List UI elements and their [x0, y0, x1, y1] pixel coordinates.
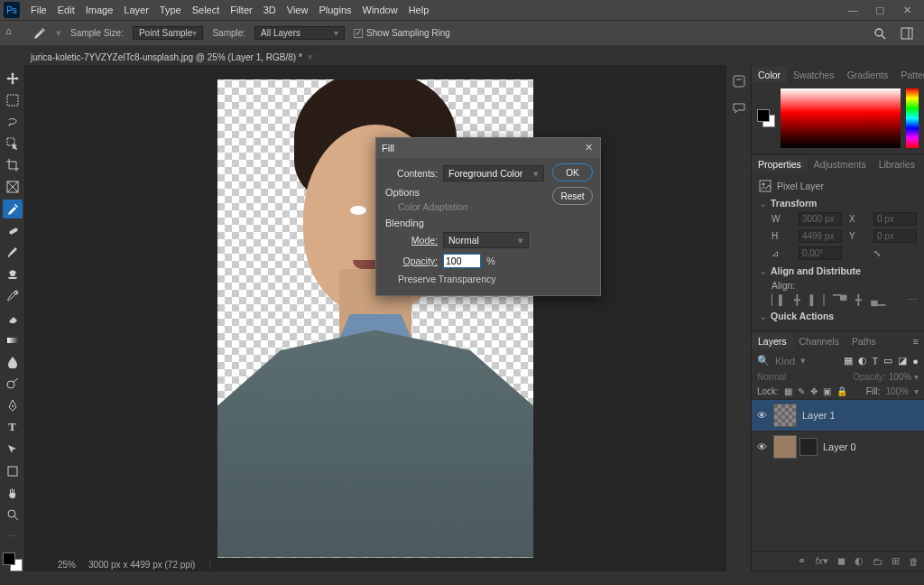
align-center-v-icon[interactable]: ╋ [855, 294, 862, 305]
reset-button[interactable]: Reset [552, 187, 593, 205]
delete-layer-icon[interactable]: 🗑 [909, 556, 919, 567]
menu-3d[interactable]: 3D [258, 3, 282, 17]
window-minimize-icon[interactable]: — [839, 5, 866, 15]
align-left-icon[interactable]: ▏▌ [772, 294, 785, 305]
ok-button[interactable]: OK [552, 163, 593, 181]
menu-type[interactable]: Type [154, 3, 187, 17]
tab-swatches[interactable]: Swatches [787, 67, 841, 83]
filter-adjustment-icon[interactable]: ◐ [858, 355, 867, 367]
color-swatch[interactable] [757, 109, 775, 127]
eraser-tool-icon[interactable] [3, 309, 23, 328]
menu-image[interactable]: Image [80, 3, 119, 17]
window-restore-icon[interactable]: ▢ [866, 5, 893, 16]
zoom-level[interactable]: 25% [58, 560, 76, 570]
layer-name[interactable]: Layer 0 [823, 441, 856, 452]
tab-close-icon[interactable]: × [308, 52, 313, 62]
menu-window[interactable]: Window [357, 3, 403, 17]
history-brush-tool-icon[interactable] [3, 287, 23, 306]
sample-size-dropdown[interactable]: Point Sample▾ [133, 26, 203, 40]
transform-x[interactable]: 0 px [873, 212, 917, 226]
flip-icon[interactable]: ⤡ [873, 248, 917, 258]
menu-layer[interactable]: Layer [118, 3, 154, 17]
color-spectrum[interactable] [781, 88, 901, 148]
window-close-icon[interactable]: ✕ [893, 5, 920, 16]
filter-pixel-icon[interactable]: ▦ [844, 355, 853, 367]
search-icon[interactable] [873, 27, 886, 40]
menu-filter[interactable]: Filter [225, 3, 257, 17]
path-selection-tool-icon[interactable] [3, 440, 23, 459]
preserve-transparency-checkbox[interactable]: Preserve Transparency [394, 274, 591, 284]
layer-thumbnail[interactable] [773, 435, 797, 459]
edit-toolbar-icon[interactable]: ⋯ [3, 527, 23, 546]
learn-panel-icon[interactable] [732, 74, 746, 88]
new-layer-icon[interactable]: ⊞ [892, 555, 900, 567]
visibility-toggle-icon[interactable]: 👁 [757, 441, 768, 452]
shape-tool-icon[interactable] [3, 461, 23, 480]
canvas-area[interactable]: Fill ✕ Contents: Foreground Color▾ OK Re… [25, 65, 725, 571]
menu-select[interactable]: Select [187, 3, 226, 17]
comments-panel-icon[interactable] [732, 101, 746, 116]
frame-tool-icon[interactable] [3, 178, 23, 197]
show-sampling-ring-checkbox[interactable]: ✓Show Sampling Ring [354, 28, 450, 38]
eyedropper-icon[interactable] [32, 26, 47, 41]
transform-angle[interactable]: 0.00° [799, 246, 842, 260]
dodge-tool-icon[interactable] [3, 374, 23, 393]
layer-item[interactable]: 👁 Layer 0 [752, 431, 924, 462]
transform-w[interactable]: 3000 px [799, 212, 842, 226]
menu-plugins[interactable]: Plugins [313, 3, 356, 17]
tab-layers[interactable]: Layers [752, 333, 793, 349]
document-tab[interactable]: jurica-koletic-7YVZYZeITc8-unsplash.jpg … [22, 49, 322, 65]
home-icon[interactable]: ⌂ [5, 25, 23, 42]
visibility-toggle-icon[interactable]: 👁 [757, 410, 768, 421]
dialog-close-icon[interactable]: ✕ [582, 142, 595, 154]
gradient-tool-icon[interactable] [3, 330, 23, 349]
filter-shape-icon[interactable]: ▭ [883, 355, 892, 367]
tab-gradients[interactable]: Gradients [841, 67, 895, 83]
lock-artboard-icon[interactable]: ▣ [823, 386, 831, 396]
blur-tool-icon[interactable] [3, 352, 23, 371]
align-bottom-icon[interactable]: ▄▁ [871, 294, 884, 305]
layer-kind-dropdown[interactable]: Kind [775, 356, 795, 367]
more-options-icon[interactable]: ⋯ [907, 294, 917, 305]
crop-tool-icon[interactable] [3, 156, 23, 175]
new-group-icon[interactable]: 🗀 [873, 556, 882, 567]
menu-file[interactable]: File [25, 3, 52, 17]
workspace-icon[interactable] [901, 27, 913, 40]
eyedropper-tool-icon[interactable] [3, 200, 23, 218]
transform-y[interactable]: 0 px [873, 229, 917, 243]
brush-tool-icon[interactable] [3, 243, 23, 262]
layer-mask-thumbnail[interactable] [799, 438, 818, 456]
menu-view[interactable]: View [282, 3, 314, 17]
pen-tool-icon[interactable] [3, 396, 23, 415]
mode-dropdown[interactable]: Normal▾ [443, 232, 529, 248]
layer-name[interactable]: Layer 1 [802, 410, 836, 421]
tab-properties[interactable]: Properties [752, 156, 808, 172]
tab-patterns[interactable]: Patterns [894, 67, 924, 83]
zoom-tool-icon[interactable] [3, 505, 23, 524]
foreground-background-swatch[interactable] [3, 552, 23, 571]
blend-mode-dropdown[interactable]: Normal [757, 372, 786, 382]
tab-color[interactable]: Color [752, 67, 787, 83]
tab-paths[interactable]: Paths [845, 333, 882, 349]
align-center-h-icon[interactable]: ╋ [794, 294, 800, 305]
hand-tool-icon[interactable] [3, 483, 23, 502]
filter-smart-icon[interactable]: ◪ [898, 355, 907, 367]
link-layers-icon[interactable]: ⚭ [798, 555, 806, 567]
layer-thumbnail[interactable] [773, 404, 797, 427]
opacity-input[interactable] [443, 254, 481, 268]
menu-edit[interactable]: Edit [52, 3, 80, 17]
align-top-icon[interactable]: ▔▀ [833, 294, 846, 305]
type-tool-icon[interactable]: T [3, 418, 23, 437]
tab-channels[interactable]: Channels [793, 333, 845, 349]
contents-dropdown[interactable]: Foreground Color▾ [443, 165, 544, 181]
healing-brush-tool-icon[interactable] [3, 221, 23, 240]
lasso-tool-icon[interactable] [3, 112, 23, 131]
sample-dropdown[interactable]: All Layers▾ [254, 26, 345, 40]
lock-all-icon[interactable]: 🔒 [836, 386, 847, 396]
hue-ramp[interactable] [906, 88, 919, 148]
filter-type-icon[interactable]: T [873, 356, 879, 367]
chevron-down-icon[interactable]: ⌄ [759, 198, 767, 209]
marquee-tool-icon[interactable] [3, 90, 23, 109]
lock-position-icon[interactable]: ✥ [810, 386, 818, 396]
adjustment-layer-icon[interactable]: ◐ [855, 555, 864, 567]
